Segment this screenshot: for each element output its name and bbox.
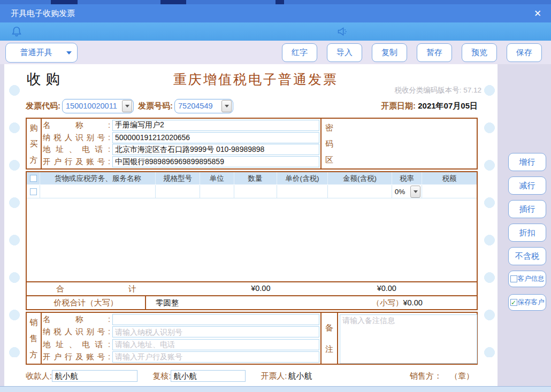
totals-amount: ¥0.00 (359, 284, 414, 293)
buyer-address-input[interactable] (112, 144, 319, 155)
background-window-strip (0, 0, 551, 4)
reviewer-input[interactable] (171, 370, 246, 382)
remove-row-button[interactable]: 减行 (508, 176, 546, 195)
tax-rate-cell: 0% (392, 185, 422, 198)
dialog-title: 开具电子收购发票 (11, 9, 75, 19)
payee-input[interactable] (52, 370, 137, 382)
buyer-address-label: 地址、电话: (43, 144, 110, 155)
password-area (337, 119, 477, 168)
issue-mode-value: 普通开具 (6, 48, 66, 58)
seller-taxid-row: 纳税人识别号: (43, 326, 319, 338)
reviewer-label: 复核: (152, 371, 171, 381)
notification-bar (0, 22, 551, 41)
drawer-value: 航小航 (288, 371, 312, 381)
seller-taxid-label: 纳税人识别号: (43, 327, 110, 337)
buyer-taxid-row: 纳税人识别号: (43, 132, 319, 144)
seller-address-row: 地址、电话: (43, 339, 319, 351)
unit-price-cell[interactable] (277, 185, 328, 198)
invoice-date: 开票日期: 2021年07月05日 (381, 101, 478, 111)
invoice-code-label: 发票代码: (26, 101, 60, 111)
save-customer-toggle[interactable]: ✓保存客户 (508, 294, 546, 311)
drawer-label: 开票人: (261, 371, 287, 381)
import-button[interactable]: 导入 (327, 43, 362, 62)
tax-amount-cell[interactable] (422, 185, 477, 198)
remark-input[interactable] (340, 314, 477, 364)
issue-mode-select[interactable]: 普通开具 (5, 43, 78, 63)
totals-price: ¥0.00 (234, 284, 288, 293)
announcement-horn-icon[interactable] (337, 26, 348, 37)
buyer-bank-input[interactable] (112, 156, 319, 167)
col-unit-price: 单价(含税) (277, 172, 328, 185)
payee-label: 收款人: (26, 371, 52, 381)
totals-label: 合计 (56, 284, 136, 294)
seller-address-label: 地址、电话: (43, 340, 110, 350)
chevron-down-icon (66, 51, 72, 55)
amount-in-words: 零圆整 (156, 298, 179, 308)
goods-name-cell[interactable] (40, 185, 156, 198)
amount-cell[interactable] (328, 185, 392, 198)
unit-cell[interactable] (200, 185, 234, 198)
buyer-name-label: 名称: (43, 120, 110, 130)
close-icon[interactable]: ✕ (532, 8, 544, 20)
tax-rate-select[interactable]: 0% (392, 185, 422, 198)
save-customer-label: 保存客户 (518, 298, 545, 307)
seller-name-label: 名称: (43, 314, 110, 325)
background-fragment (276, 0, 284, 4)
small-write-label: （小写） (372, 298, 403, 307)
temp-save-button[interactable]: 暂存 (417, 43, 452, 62)
bell-icon[interactable] (11, 26, 22, 37)
invoice-date-label: 开票日期: (381, 101, 416, 110)
add-row-button[interactable]: 增行 (508, 153, 546, 171)
grand-amount: ¥0.00 (403, 298, 422, 307)
qty-cell[interactable] (234, 185, 277, 198)
save-customer-checkbox[interactable]: ✓ (510, 299, 517, 306)
items-table: 货物或应税劳务、服务名称 规格型号 单位 数量 单价(含税) 金额(含税) 税率… (26, 171, 478, 310)
invoice-number-select[interactable]: 75204549 (174, 99, 233, 113)
seller-bank-input[interactable] (112, 351, 319, 363)
items-table-header: 货物或应税劳务、服务名称 规格型号 单位 数量 单价(含税) 金额(含税) 税率… (27, 172, 477, 185)
buyer-party-label: 购买方 (27, 119, 42, 168)
col-tax-rate: 税率 (392, 172, 422, 185)
tax-exclusive-button[interactable]: 不含税 (508, 247, 546, 265)
select-all-checkbox[interactable] (30, 175, 37, 182)
seller-party-label: 销售方 (27, 313, 42, 364)
red-invoice-button[interactable]: 红字 (282, 43, 317, 62)
decorative-dots-left (9, 84, 20, 357)
chevron-down-icon (410, 186, 420, 198)
seller-section: 销售方 名称: 纳税人识别号: 地址、电话: 开户行及账号: 备注 (26, 312, 478, 365)
buyer-name-input[interactable] (112, 120, 319, 131)
invoice-code-value: 150010020011 (63, 102, 122, 110)
remark-area (338, 313, 477, 364)
row-checkbox[interactable] (30, 188, 37, 195)
save-button[interactable]: 保存 (507, 43, 542, 62)
spec-cell[interactable] (156, 185, 200, 198)
preview-button[interactable]: 预览 (462, 43, 497, 62)
insert-row-button[interactable]: 插行 (508, 200, 546, 218)
buyer-taxid-label: 纳税人识别号: (43, 133, 110, 143)
seller-address-input[interactable] (112, 339, 319, 350)
toolbar: 普通开具 红字 导入 复制 暂存 预览 保存 (0, 41, 551, 64)
customer-info-checkbox[interactable] (510, 275, 517, 282)
discount-button[interactable]: 折扣 (508, 224, 546, 242)
tax-rate-value: 0% (392, 188, 410, 196)
customer-info-toggle[interactable]: 客户信息 (508, 271, 546, 287)
invoice-footer: 收款人: 复核: 开票人: 航小航 销售方： （章） (26, 369, 486, 383)
seller-name-input[interactable] (112, 314, 319, 325)
copy-button[interactable]: 复制 (372, 43, 407, 62)
chevron-down-icon (122, 100, 132, 112)
seller-stamp-label: 销售方： （章） (410, 371, 474, 381)
invoice-code-row: 发票代码: 150010020011 发票号码: 75204549 开票日期: … (26, 98, 478, 113)
buyer-name-row: 名称: (43, 119, 319, 132)
col-spec: 规格型号 (156, 172, 200, 185)
grand-total-label: 价税合计（大写） (27, 296, 146, 309)
invoice-code-select[interactable]: 150010020011 (62, 99, 134, 113)
invoice-date-value: 2021年07月05日 (418, 101, 478, 110)
invoice-stub-label: 收购 (27, 70, 64, 89)
seller-taxid-input[interactable] (112, 326, 319, 337)
background-fragment (160, 0, 186, 4)
totals-row: 合计 ¥0.00 ¥0.00 (27, 281, 477, 295)
col-goods-name: 货物或应税劳务、服务名称 (40, 172, 156, 185)
tax-code-version-note: 税收分类编码版本号: 57.12 (394, 86, 481, 95)
buyer-bank-label: 开户行及账号: (43, 157, 110, 167)
buyer-taxid-input[interactable] (112, 132, 319, 143)
